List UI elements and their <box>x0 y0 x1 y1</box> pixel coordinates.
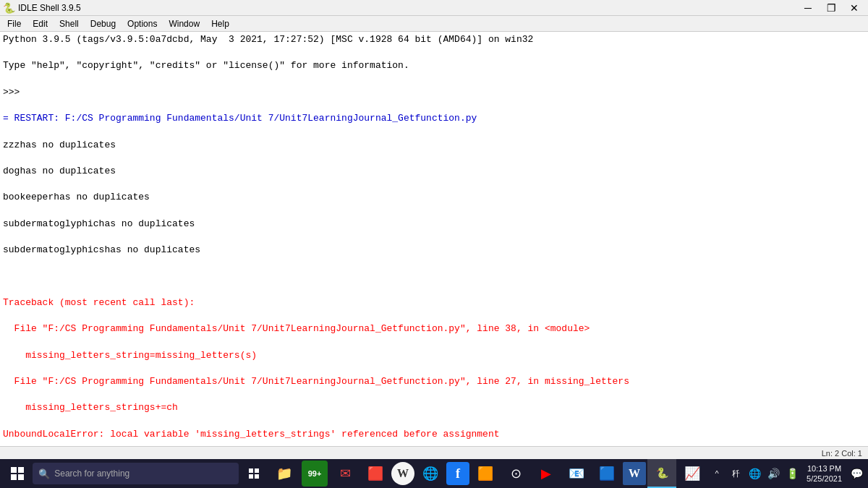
green-app-button[interactable]: 📈 <box>678 459 707 488</box>
shell-line: >>> <box>3 86 865 99</box>
chrome-button[interactable]: ⊙ <box>501 459 530 488</box>
title-bar-controls: ─ ❐ ✕ <box>797 1 865 15</box>
notifications-app-item[interactable]: 99+ <box>300 461 329 487</box>
office-app-item[interactable]: 🟧 <box>471 459 500 488</box>
menu-shell[interactable]: Shell <box>54 17 85 30</box>
facebook-button[interactable]: f <box>446 462 469 485</box>
shell-line: subdermatoglyphicshas no duplicates <box>3 244 865 257</box>
minimize-button[interactable]: ─ <box>797 1 819 15</box>
svg-rect-3 <box>18 474 24 480</box>
start-button[interactable] <box>3 459 31 488</box>
green-app-item[interactable]: 📈 <box>678 459 707 488</box>
word-button[interactable]: W <box>623 462 646 485</box>
search-placeholder: Search for anything <box>54 468 129 479</box>
clock[interactable]: 10:13 PM 5/25/2021 <box>802 463 846 484</box>
menu-options[interactable]: Options <box>122 17 163 30</box>
wikipedia-app-item[interactable]: W <box>391 462 414 485</box>
svg-rect-1 <box>18 467 24 473</box>
shell-line: doghas no duplicates <box>3 165 865 178</box>
close-button[interactable]: ✕ <box>843 1 865 15</box>
blue-app-item[interactable]: 🟦 <box>592 459 621 488</box>
red-app-item[interactable]: 🟥 <box>361 459 390 488</box>
restore-button[interactable]: ❐ <box>820 1 842 15</box>
youtube-button[interactable]: ▶ <box>532 459 561 488</box>
shell-line: = RESTART: F:/CS Programming Fundamental… <box>3 112 865 125</box>
shell-line: zzzhas no duplicates <box>3 139 865 152</box>
menu-window[interactable]: Window <box>163 17 205 30</box>
title-bar-left: 🐍 IDLE Shell 3.9.5 <box>3 2 81 14</box>
mail-app-item[interactable]: ✉ <box>331 459 359 488</box>
clock-date: 5/25/2021 <box>807 474 842 484</box>
file-explorer-app[interactable]: 📁 <box>270 459 299 488</box>
search-icon: 🔍 <box>38 468 50 479</box>
edge-app-item[interactable]: 🌐 <box>416 459 445 488</box>
idle-app-item[interactable]: 🐍 <box>647 459 676 488</box>
blue-app-button[interactable]: 🟦 <box>592 459 621 488</box>
shell-content[interactable]: Python 3.9.5 (tags/v3.9.5:0a7dcbd, May 3… <box>0 32 868 446</box>
clock-time: 10:13 PM <box>807 463 842 474</box>
shell-line: File "F:/CS Programming Fundamentals/Uni… <box>3 375 865 388</box>
edge-button[interactable]: 🌐 <box>416 459 445 488</box>
systray-chevron[interactable]: ^ <box>708 465 726 482</box>
menu-file[interactable]: File <box>1 17 27 30</box>
shell-line: missing_letters_string=missing_letters(s… <box>3 349 865 362</box>
volume-icon[interactable]: 🔊 <box>765 465 782 482</box>
office-button[interactable]: 🟧 <box>471 459 500 488</box>
notification-bell[interactable]: 💬 <box>848 465 865 482</box>
menu-edit[interactable]: Edit <box>27 17 54 30</box>
shell-line: File "F:/CS Programming Fundamentals/Uni… <box>3 322 865 335</box>
mail-button[interactable]: ✉ <box>331 459 359 488</box>
task-view-button[interactable] <box>240 459 268 488</box>
shell-line: missing_letters_strings+=ch <box>3 401 865 414</box>
idle-button[interactable]: 🐍 <box>647 459 676 488</box>
shell-line: subdermatoglyphichas no duplicates <box>3 218 865 231</box>
svg-rect-6 <box>249 474 253 479</box>
battery-icon[interactable]: 🔋 <box>783 465 801 482</box>
search-bar[interactable]: 🔍 Search for anything <box>33 463 239 484</box>
chrome-app-item[interactable]: ⊙ <box>501 459 530 488</box>
svg-rect-4 <box>249 468 253 473</box>
word-app-item[interactable]: W <box>623 462 646 485</box>
menu-help[interactable]: Help <box>205 17 235 30</box>
menu-bar: File Edit Shell Debug Options Window Hel… <box>0 16 868 32</box>
network-icon[interactable]: 🌐 <box>746 465 763 482</box>
notifications-button[interactable]: 99+ <box>302 461 328 487</box>
shell-line: UnboundLocalError: local variable 'missi… <box>3 428 865 441</box>
language-icon[interactable]: 䄭 <box>727 465 744 482</box>
red-app-button[interactable]: 🟥 <box>361 459 390 488</box>
svg-rect-5 <box>255 468 259 473</box>
youtube-app-item[interactable]: ▶ <box>532 459 561 488</box>
svg-rect-2 <box>11 474 17 480</box>
title-text: IDLE Shell 3.9.5 <box>18 3 81 13</box>
svg-rect-7 <box>255 474 259 479</box>
file-explorer-button[interactable]: 📁 <box>270 459 299 488</box>
status-bar: Ln: 2 Col: 1 <box>0 446 868 459</box>
svg-rect-0 <box>11 467 17 473</box>
title-bar-icon: 🐍 <box>3 2 15 14</box>
taskbar: 🔍 Search for anything 📁 99+ ✉ 🟥 W 🌐 f <box>0 459 868 488</box>
taskbar-right: ^ 䄭 🌐 🔊 🔋 10:13 PM 5/25/2021 💬 <box>708 463 865 484</box>
cursor-position: Ln: 2 Col: 1 <box>822 449 862 458</box>
shell-line: Type "help", "copyright", "credits" or "… <box>3 59 865 72</box>
menu-debug[interactable]: Debug <box>85 17 122 30</box>
wikipedia-button[interactable]: W <box>391 462 414 485</box>
outlook-button[interactable]: 📧 <box>562 459 591 488</box>
shell-line: Traceback (most recent call last): <box>3 296 865 309</box>
shell-line: bookeeperhas no duplicates <box>3 191 865 204</box>
title-bar: 🐍 IDLE Shell 3.9.5 ─ ❐ ✕ <box>0 0 868 16</box>
facebook-app-item[interactable]: f <box>446 462 469 485</box>
outlook-app-item[interactable]: 📧 <box>562 459 591 488</box>
shell-line: Python 3.9.5 (tags/v3.9.5:0a7dcbd, May 3… <box>3 33 865 46</box>
